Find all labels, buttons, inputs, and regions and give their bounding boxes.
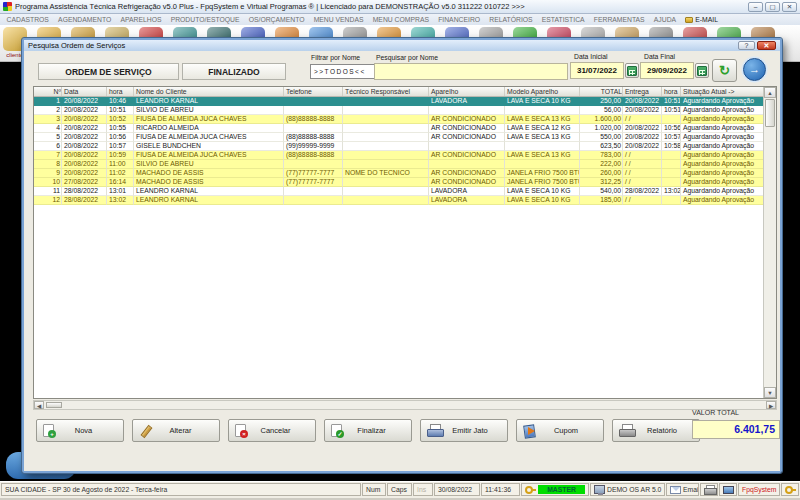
table-cell: 3 bbox=[34, 115, 62, 124]
data-inicial-input[interactable]: 31/07/2022 bbox=[570, 62, 624, 79]
table-row[interactable]: 420/08/202210:55RICARDO ALMEIDAAR CONDIC… bbox=[34, 124, 765, 133]
menu-item-ferramentas[interactable]: FERRAMENTAS bbox=[589, 16, 649, 23]
table-cell: AR CONDICIONADO bbox=[429, 115, 505, 124]
column-header-situa-o-atual-[interactable]: Situação Atual -> bbox=[681, 87, 765, 96]
column-header-modelo-aparelho[interactable]: Modelo Aparelho bbox=[505, 87, 580, 96]
cancelar-button[interactable]: Cancelar bbox=[228, 419, 316, 442]
table-cell bbox=[343, 106, 429, 115]
table-cell: MACHADO DE ASSIS bbox=[134, 169, 284, 178]
column-header-aparelho[interactable]: Aparelho bbox=[429, 87, 505, 96]
menu-item-os-or-amento[interactable]: OS/ORÇAMENTO bbox=[244, 16, 309, 23]
table-row[interactable]: 620/08/202210:57GISELE BUNDCHEN(99)99999… bbox=[34, 142, 765, 151]
close-button[interactable]: ✕ bbox=[782, 2, 797, 12]
table-cell: 20/08/2022 bbox=[62, 160, 107, 169]
data-inicial-calendar-button[interactable] bbox=[625, 63, 639, 78]
minimize-button[interactable]: – bbox=[748, 2, 763, 12]
table-cell: Aguardando Aprovação bbox=[681, 187, 765, 196]
scroll-left-icon[interactable]: ◀ bbox=[34, 401, 44, 409]
vertical-scroll-thumb[interactable] bbox=[765, 99, 775, 127]
table-cell: LAVA E SECA 10 KG bbox=[505, 196, 580, 205]
scroll-up-icon[interactable]: ▲ bbox=[764, 87, 776, 98]
column-header-hora[interactable]: hora bbox=[107, 87, 134, 96]
menu-item-email[interactable]: E-MAIL bbox=[681, 16, 723, 23]
column-header-telefone[interactable]: Telefone bbox=[284, 87, 343, 96]
table-cell: 250,00 bbox=[580, 97, 623, 106]
table-cell: AR CONDICIONADO bbox=[429, 133, 505, 142]
table-cell: 4 bbox=[34, 124, 62, 133]
alterar-button[interactable]: Alterar bbox=[132, 419, 220, 442]
pesquisar-por-nome-input[interactable] bbox=[374, 63, 568, 80]
go-search-button[interactable]: → bbox=[743, 58, 766, 81]
dialog-help-button[interactable]: ? bbox=[738, 41, 755, 50]
vertical-scrollbar[interactable]: ▲ ▼ bbox=[763, 87, 776, 398]
table-cell: (77)77777-7777 bbox=[284, 169, 343, 178]
table-row[interactable]: 720/08/202210:59FIUSA DE ALMEIDA JUCA CH… bbox=[34, 151, 765, 160]
table-cell: 10:55 bbox=[107, 124, 134, 133]
scroll-down-icon[interactable]: ▼ bbox=[764, 387, 776, 398]
table-cell bbox=[505, 142, 580, 151]
menu-item-menu-vendas[interactable]: MENU VENDAS bbox=[309, 16, 368, 23]
menu-item-ajuda[interactable]: AJUDA bbox=[649, 16, 680, 23]
table-cell: 20/08/2022 bbox=[62, 106, 107, 115]
menu-item-produto-estoque[interactable]: PRODUTO/ESTOQUE bbox=[166, 16, 244, 23]
table-row[interactable]: 1228/08/202213:02LEANDRO KARNALLAVADORAL… bbox=[34, 196, 765, 205]
finalizar-button[interactable]: Finalizar bbox=[324, 419, 412, 442]
menu-item-estatistica[interactable]: ESTATISTICA bbox=[537, 16, 589, 23]
caps-lock-text: Caps bbox=[391, 486, 407, 493]
table-row[interactable]: 1128/08/202213:01LEANDRO KARNALLAVADORAL… bbox=[34, 187, 765, 196]
menu-item-aparelhos[interactable]: APARELHOS bbox=[116, 16, 166, 23]
dialog-close-button[interactable]: ✕ bbox=[757, 41, 776, 50]
pesquisa-ordem-servicos-dialog: Pesquisa Ordem de Serviços ? ✕ ORDEM DE … bbox=[22, 38, 782, 473]
horizontal-scrollbar[interactable]: ◀ ▶ bbox=[33, 400, 777, 410]
table-row[interactable]: 520/08/202210:56FIUSA DE ALMEIDA JUCA CH… bbox=[34, 133, 765, 142]
menu-item-cadastros[interactable]: CADASTROS bbox=[2, 16, 54, 23]
key-icon bbox=[525, 486, 536, 493]
printer-status bbox=[700, 483, 718, 496]
menu-item-menu-compras[interactable]: MENU COMPRAS bbox=[368, 16, 433, 23]
table-cell: 2 bbox=[34, 106, 62, 115]
table-cell: 10:46 bbox=[107, 97, 134, 106]
data-final-calendar-button[interactable] bbox=[695, 63, 709, 78]
data-final-input[interactable]: 29/09/2022 bbox=[640, 62, 694, 79]
column-header-n-[interactable]: Nº bbox=[34, 87, 62, 96]
column-header-data[interactable]: Data bbox=[62, 87, 107, 96]
scroll-right-icon[interactable]: ▶ bbox=[766, 401, 776, 409]
column-header-total[interactable]: TOTAL bbox=[580, 87, 623, 96]
menu-item-agendamento[interactable]: AGENDAMENTO bbox=[54, 16, 116, 23]
column-header-entrega[interactable]: Entrega bbox=[623, 87, 662, 96]
table-row[interactable]: 320/08/202210:52FIUSA DE ALMEIDA JUCA CH… bbox=[34, 115, 765, 124]
master-user: MASTER bbox=[521, 483, 589, 496]
table-cell: 56,00 bbox=[580, 106, 623, 115]
emitir-jato-button[interactable]: Emitir Jato bbox=[420, 419, 508, 442]
menu-item-financeiro[interactable]: FINANCEIRO bbox=[434, 16, 485, 23]
table-row[interactable]: 920/08/202211:02MACHADO DE ASSIS(77)7777… bbox=[34, 169, 765, 178]
column-header-t-cnico-respons-vel[interactable]: Técnico Responsável bbox=[343, 87, 429, 96]
column-header-nome-do-cliente[interactable]: Nome do Cliente bbox=[134, 87, 284, 96]
table-cell: 20/08/2022 bbox=[623, 124, 662, 133]
menu-item-relat-rios[interactable]: RELATÓRIOS bbox=[485, 16, 538, 23]
refresh-button[interactable]: ↻ bbox=[712, 59, 737, 82]
table-row[interactable]: 220/08/202210:51SILVIO DE ABREU56,0020/0… bbox=[34, 106, 765, 115]
table-row[interactable]: 120/08/202210:46LEANDRO KARNALLAVADORALA… bbox=[34, 97, 765, 106]
cupom-button[interactable]: Cupom bbox=[516, 419, 604, 442]
table-cell: 9 bbox=[34, 169, 62, 178]
status-time-text: 11:41:36 bbox=[485, 486, 511, 493]
table-cell: LEANDRO KARNAL bbox=[134, 97, 284, 106]
relatorio-button[interactable]: Relatório bbox=[612, 419, 700, 442]
printer-icon bbox=[704, 485, 716, 494]
table-cell bbox=[662, 196, 681, 205]
insert-mode: Ins bbox=[413, 483, 433, 496]
horizontal-scroll-thumb[interactable] bbox=[46, 402, 62, 408]
table-cell: RICARDO ALMEIDA bbox=[134, 124, 284, 133]
table-cell: / / bbox=[623, 160, 662, 169]
table-row[interactable]: 1027/08/202216:14MACHADO DE ASSIS(77)777… bbox=[34, 178, 765, 187]
table-cell: 13:01 bbox=[107, 187, 134, 196]
column-header-hora[interactable]: hora bbox=[662, 87, 681, 96]
relatorio-button-label: Relatório bbox=[635, 426, 693, 435]
table-cell: 260,00 bbox=[580, 169, 623, 178]
nova-button[interactable]: Nova bbox=[36, 419, 124, 442]
demo-version-text: DEMO OS AR 5.0 bbox=[607, 486, 661, 493]
maximize-button[interactable]: ▢ bbox=[765, 2, 780, 12]
table-row[interactable]: 820/08/202211:00SILVIO DE ABREU222,00/ /… bbox=[34, 160, 765, 169]
email-icon bbox=[685, 17, 693, 23]
